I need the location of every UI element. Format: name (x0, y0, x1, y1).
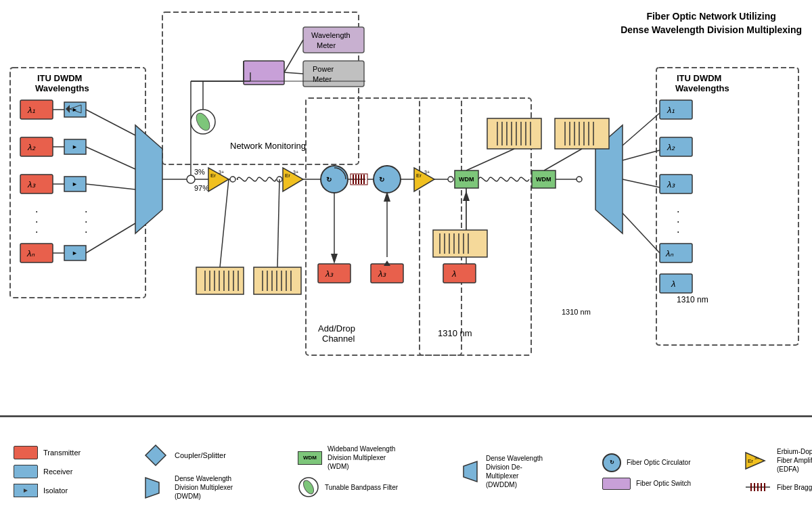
svg-line-103 (623, 150, 660, 160)
svg-rect-33 (64, 177, 86, 191)
svg-marker-60 (283, 168, 303, 191)
dwddm-icon (453, 458, 480, 485)
svg-text:►: ► (72, 250, 78, 256)
svg-text:·: · (35, 226, 38, 237)
svg-marker-28 (66, 105, 70, 113)
svg-rect-72 (351, 174, 367, 185)
svg-text:Wavelengths: Wavelengths (675, 83, 729, 93)
svg-text:ITU DWDM: ITU DWDM (677, 73, 721, 83)
transmitter-label: Transmitter (43, 449, 81, 457)
transmitter-icon (14, 446, 38, 459)
svg-text:·: · (677, 226, 679, 237)
edfa-label: Erbium-DopedFiber Amplifier(EDFA) (777, 447, 812, 474)
svg-text:·: · (85, 226, 87, 237)
svg-marker-187 (464, 461, 477, 482)
svg-rect-17 (20, 175, 53, 193)
coupler-label: Coupler/Splitter (175, 451, 226, 459)
legend-bragg: Fiber Bragg Grating (744, 479, 812, 495)
svg-rect-139 (487, 118, 541, 149)
svg-text:·: · (85, 216, 87, 227)
receiver-label: Receiver (43, 467, 72, 476)
legend-area: Transmitter Receiver Isolator Coupler/Sp… (0, 417, 812, 525)
svg-text:►: ► (72, 181, 78, 187)
svg-line-37 (86, 110, 135, 135)
legend-col-2: Coupler/Splitter Dense WavelengthDivisio… (142, 442, 250, 501)
svg-text:Power: Power (313, 65, 334, 73)
legend-col-1: Transmitter Receiver Isolator (14, 446, 95, 497)
svg-rect-8 (420, 98, 531, 355)
svg-text:·: · (85, 206, 87, 217)
dwddm-label: Dense WavelengthDivision De-Multiplexer(… (486, 454, 555, 489)
svg-line-165 (466, 149, 514, 170)
dwdm-label: Dense WavelengthDivision Multiplexer(DWD… (175, 474, 233, 501)
dwdm-icon (142, 474, 169, 501)
svg-text:WDM: WDM (536, 176, 551, 183)
svg-line-137 (220, 179, 229, 267)
svg-rect-168 (303, 27, 364, 53)
svg-text:1310 nm: 1310 nm (677, 295, 708, 304)
wdm-label: Wideband WavelengthDivision Multiplexer(… (328, 444, 395, 471)
svg-rect-93 (443, 264, 476, 283)
svg-text:Meter: Meter (313, 75, 332, 83)
svg-text:97%: 97% (194, 184, 209, 192)
legend-wdm: WDM Wideband WavelengthDivision Multiple… (298, 444, 406, 471)
bragg-icon (744, 479, 771, 495)
legend-receiver: Receiver (14, 465, 95, 478)
filter-icon (298, 476, 319, 498)
svg-text:Channel: Channel (322, 334, 355, 344)
svg-text:►: ► (72, 106, 78, 113)
svg-text:·: · (677, 206, 679, 217)
svg-rect-5 (306, 98, 461, 355)
svg-text:3+: 3+ (754, 456, 759, 460)
svg-text:λ: λ (451, 269, 456, 279)
svg-marker-41 (135, 125, 162, 233)
svg-line-39 (86, 184, 135, 189)
circulator-label: Fiber Optic Circulator (627, 458, 690, 467)
svg-marker-96 (463, 191, 470, 201)
svg-rect-10 (656, 68, 798, 345)
svg-rect-3 (162, 12, 359, 164)
svg-marker-29 (70, 105, 81, 113)
svg-line-175 (284, 72, 303, 74)
svg-text:·: · (35, 216, 38, 227)
svg-rect-78 (318, 264, 351, 283)
legend-col-6: Er 3+ Erbium-DopedFiber Amplifier(EDFA) … (744, 447, 812, 495)
bragg-label: Fiber Bragg Grating (777, 483, 812, 492)
svg-text:λ₂: λ₂ (667, 142, 675, 152)
svg-rect-35 (64, 246, 86, 260)
svg-text:λ₃: λ₃ (325, 269, 334, 279)
svg-text:3%: 3% (194, 168, 205, 176)
svg-point-178 (191, 110, 215, 134)
svg-text:λ: λ (671, 279, 675, 289)
legend-col-3: WDM Wideband WavelengthDivision Multiple… (298, 444, 406, 498)
svg-rect-106 (660, 100, 692, 119)
svg-marker-84 (384, 260, 390, 266)
svg-text:λₙ: λₙ (665, 248, 674, 258)
svg-line-40 (86, 223, 135, 253)
svg-text:Wavelength: Wavelength (311, 31, 351, 39)
svg-line-102 (623, 113, 660, 145)
svg-marker-184 (145, 478, 159, 498)
svg-text:►: ► (72, 143, 78, 150)
svg-text:↻: ↻ (326, 176, 332, 183)
svg-text:3+: 3+ (424, 170, 430, 175)
svg-text:3+: 3+ (293, 170, 298, 175)
legend-switch: Fiber Optic Switch (602, 478, 697, 490)
svg-rect-31 (64, 139, 86, 154)
svg-text:↻: ↻ (379, 176, 384, 183)
svg-text:·: · (35, 206, 38, 217)
svg-text:Meter: Meter (317, 41, 336, 49)
svg-text:Add/Drop: Add/Drop (318, 323, 355, 334)
svg-point-100 (577, 177, 582, 182)
edfa-icon: Er 3+ (744, 450, 771, 472)
svg-text:3+: 3+ (219, 170, 224, 175)
svg-point-179 (194, 111, 212, 133)
svg-marker-81 (384, 191, 390, 202)
svg-rect-91 (455, 170, 478, 188)
filter-label: Tunable Bandpass Filter (325, 483, 398, 492)
svg-text:λ₃: λ₃ (27, 179, 36, 189)
svg-point-58 (277, 177, 282, 182)
svg-marker-86 (414, 168, 434, 191)
svg-point-90 (448, 177, 453, 182)
svg-rect-110 (660, 175, 692, 193)
